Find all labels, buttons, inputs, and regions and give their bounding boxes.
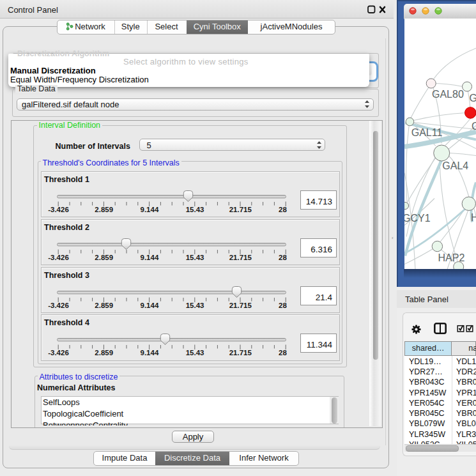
svg-text:-3.426: -3.426 <box>48 349 69 357</box>
svg-text:15.43: 15.43 <box>185 254 204 261</box>
svg-text:2.859: 2.859 <box>95 206 113 213</box>
svg-text:H: H <box>471 211 476 222</box>
svg-text:GAL4: GAL4 <box>442 160 468 171</box>
svg-text:2.859: 2.859 <box>95 302 113 309</box>
svg-text:-3.426: -3.426 <box>48 206 69 213</box>
svg-text:GAL11: GAL11 <box>411 127 443 138</box>
svg-text:28: 28 <box>279 254 287 261</box>
svg-text:9.144: 9.144 <box>140 206 158 213</box>
svg-text:-3.426: -3.426 <box>48 302 69 309</box>
svg-text:2.859: 2.859 <box>95 254 113 261</box>
svg-text:21.715: 21.715 <box>229 206 252 213</box>
svg-text:28: 28 <box>279 349 287 357</box>
svg-text:C: C <box>472 120 476 131</box>
svg-text:GA: GA <box>470 93 476 104</box>
svg-text:GCY1: GCY1 <box>404 212 431 223</box>
svg-text:9.144: 9.144 <box>140 254 158 261</box>
svg-text:28: 28 <box>279 302 287 309</box>
svg-text:GAL80: GAL80 <box>432 89 464 100</box>
svg-text:15.43: 15.43 <box>185 349 204 357</box>
svg-text:HAP2: HAP2 <box>438 252 465 263</box>
svg-text:-3.426: -3.426 <box>48 254 69 261</box>
svg-text:9.144: 9.144 <box>140 349 158 357</box>
svg-text:21.715: 21.715 <box>229 302 252 309</box>
svg-text:21.715: 21.715 <box>229 254 252 261</box>
svg-text:2.859: 2.859 <box>95 349 113 357</box>
svg-text:15.43: 15.43 <box>185 206 204 213</box>
svg-text:9.144: 9.144 <box>140 302 158 309</box>
svg-text:15.43: 15.43 <box>185 302 204 309</box>
svg-text:28: 28 <box>279 206 287 213</box>
svg-text:21.715: 21.715 <box>229 349 252 357</box>
